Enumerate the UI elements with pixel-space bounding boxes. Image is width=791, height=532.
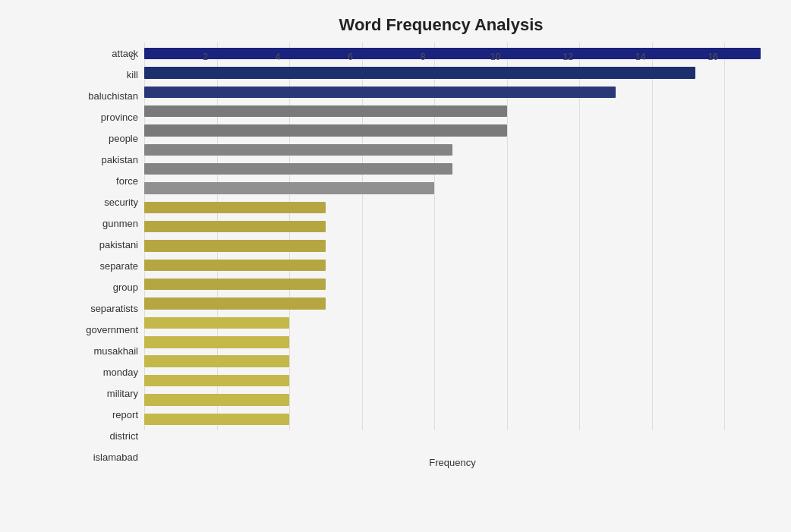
bar-row	[144, 236, 761, 255]
y-label: people	[76, 134, 138, 143]
y-label: separate	[76, 261, 138, 271]
chart-area: attackkillbaluchistanprovincepeoplepakis…	[76, 42, 761, 468]
y-label: province	[76, 112, 138, 122]
bar	[144, 394, 289, 405]
bar-row	[144, 63, 761, 82]
bar-row	[144, 140, 761, 159]
y-label: gunmen	[76, 219, 138, 228]
y-label: security	[76, 197, 138, 207]
y-label: military	[76, 389, 138, 398]
bar-row	[144, 352, 761, 371]
x-tick-label: 4	[266, 52, 289, 62]
y-label: monday	[76, 367, 138, 377]
bar-row	[144, 332, 761, 351]
y-label: baluchistan	[76, 91, 138, 101]
y-label: pakistani	[76, 240, 138, 250]
y-label: kill	[76, 70, 138, 80]
x-tick-label: 10	[484, 52, 507, 62]
bar	[144, 317, 289, 329]
x-tick-label: 8	[411, 52, 434, 62]
y-label: force	[76, 176, 138, 186]
chart-container: Word Frequency Analysis attackkillbaluch…	[0, 0, 791, 532]
bar	[144, 105, 507, 117]
x-tick-label: 6	[339, 52, 362, 62]
bar	[144, 67, 695, 78]
bar	[144, 336, 289, 348]
bar	[144, 124, 507, 136]
bar	[144, 355, 289, 367]
x-tick-label: 0	[121, 52, 144, 62]
bar-row	[144, 83, 761, 102]
y-label: group	[76, 282, 138, 292]
bar	[144, 297, 326, 309]
bar	[144, 182, 434, 194]
x-tick-label: 16	[701, 52, 724, 62]
bar	[144, 87, 616, 98]
bar-row	[144, 198, 761, 217]
x-tick-label: 12	[556, 52, 579, 62]
bars-wrapper	[144, 42, 761, 430]
bar	[144, 221, 326, 232]
bar	[144, 240, 326, 251]
y-label: musakhail	[76, 346, 138, 356]
x-axis-labels: 0246810121416	[144, 44, 761, 62]
bar	[144, 375, 289, 386]
bar-row	[144, 313, 761, 332]
bar-row	[144, 275, 761, 294]
bar-row	[144, 256, 761, 275]
y-label: pakistan	[76, 155, 138, 165]
bar-row	[144, 102, 761, 121]
bar	[144, 163, 452, 175]
y-label: separatists	[76, 304, 138, 313]
bar-row	[144, 217, 761, 236]
bar	[144, 260, 326, 271]
bar-row	[144, 410, 761, 429]
y-label: islamabad	[76, 452, 138, 462]
chart-title: Word Frequency Analysis	[76, 15, 761, 35]
bars-and-grid: 0246810121416 Frequency	[144, 42, 761, 468]
bar	[144, 414, 289, 425]
bar-row	[144, 159, 761, 178]
bar-row	[144, 178, 761, 197]
x-axis-title: Frequency	[144, 457, 761, 468]
bar-row	[144, 121, 761, 140]
y-label: district	[76, 431, 138, 441]
bar	[144, 144, 452, 156]
x-tick-label: 14	[629, 52, 652, 62]
bar	[144, 279, 326, 290]
bar-row	[144, 294, 761, 313]
bar-row	[144, 371, 761, 390]
y-label: government	[76, 325, 138, 335]
bar-row	[144, 390, 761, 409]
grid-and-bars: 0246810121416	[144, 42, 761, 453]
y-axis-labels: attackkillbaluchistanprovincepeoplepakis…	[76, 42, 144, 468]
x-tick-label: 2	[194, 52, 217, 62]
bar	[144, 202, 326, 213]
y-label: report	[76, 410, 138, 420]
